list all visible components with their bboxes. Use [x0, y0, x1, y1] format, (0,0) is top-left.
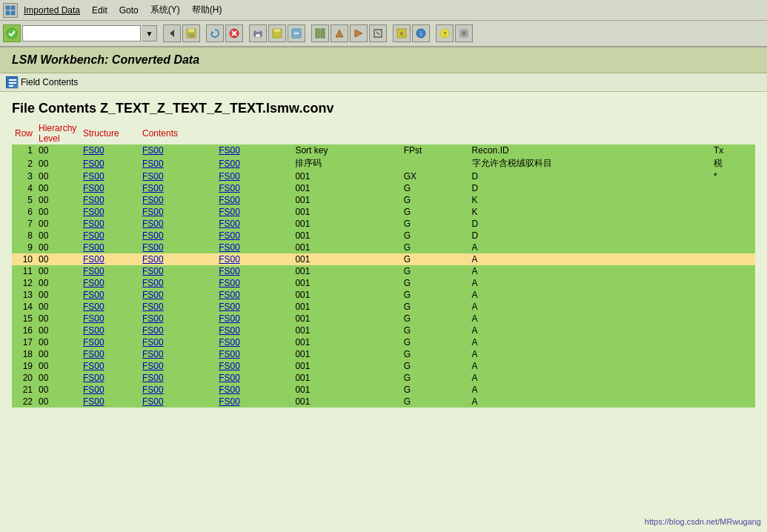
table-cell[interactable]: FS00	[216, 144, 292, 156]
dropdown-arrow-button[interactable]: ▼	[142, 25, 157, 41]
table-row[interactable]: 1100FS00FS00FS00001GA	[12, 265, 755, 277]
struct-link[interactable]: FS00	[83, 183, 104, 193]
struct-link[interactable]: FS00	[142, 385, 164, 395]
table-cell[interactable]: FS00	[216, 289, 292, 301]
table-cell[interactable]: FS00	[216, 194, 292, 206]
table-row[interactable]: 700FS00FS00FS00001GD	[12, 218, 755, 230]
table-cell[interactable]: FS00	[139, 396, 216, 408]
table-cell[interactable]: FS00	[139, 336, 216, 348]
table-row[interactable]: 500FS00FS00FS00001GK	[12, 194, 755, 206]
tool7-button[interactable]	[369, 24, 387, 42]
tool5-button[interactable]	[331, 24, 348, 42]
table-row[interactable]: 1200FS00FS00FS00001GA	[12, 277, 755, 289]
table-cell[interactable]: FS00	[216, 182, 292, 194]
struct-link[interactable]: FS00	[219, 313, 240, 324]
save2-button[interactable]	[268, 24, 286, 42]
struct-link[interactable]: FS00	[142, 254, 164, 265]
table-cell[interactable]: FS00	[80, 348, 139, 360]
table-row[interactable]: 800FS00FS00FS00001GD	[12, 230, 755, 242]
struct-link[interactable]: FS00	[83, 171, 104, 182]
struct-link[interactable]: FS00	[83, 159, 104, 169]
table-row[interactable]: 400FS00FS00FS00001GD	[12, 182, 755, 194]
table-cell[interactable]: FS00	[80, 144, 139, 156]
table-cell[interactable]: FS00	[139, 144, 216, 156]
table-row[interactable]: 300FS00FS00FS00001GXD*	[12, 170, 755, 182]
table-cell[interactable]: FS00	[139, 360, 216, 372]
table-cell[interactable]: FS00	[80, 253, 139, 265]
refresh-button[interactable]	[206, 24, 224, 42]
struct-link[interactable]: FS00	[219, 183, 240, 193]
table-cell[interactable]: FS00	[139, 218, 216, 230]
save-button[interactable]	[182, 24, 200, 42]
struct-link[interactable]: FS00	[142, 195, 164, 205]
struct-link[interactable]: FS00	[83, 207, 104, 217]
cancel-button[interactable]	[225, 24, 243, 42]
tool6-button[interactable]	[350, 24, 368, 42]
struct-link[interactable]: FS00	[83, 373, 104, 383]
table-cell[interactable]: FS00	[80, 301, 139, 313]
table-row[interactable]: 1400FS00FS00FS00001GA	[12, 301, 755, 313]
struct-link[interactable]: FS00	[219, 385, 240, 395]
struct-link[interactable]: FS00	[142, 183, 164, 193]
checkmark-button[interactable]	[3, 24, 21, 42]
struct-link[interactable]: FS00	[219, 145, 240, 156]
struct-link[interactable]: FS00	[142, 349, 164, 359]
table-cell[interactable]: FS00	[216, 170, 292, 182]
struct-link[interactable]: FS00	[219, 242, 240, 253]
struct-link[interactable]: FS00	[219, 195, 240, 205]
struct-link[interactable]: FS00	[83, 290, 104, 300]
table-row[interactable]: 1000FS00FS00FS00001GA	[12, 253, 755, 265]
struct-link[interactable]: FS00	[142, 145, 164, 156]
table-cell[interactable]: FS00	[216, 360, 292, 372]
table-cell[interactable]: FS00	[139, 182, 216, 194]
table-cell[interactable]: FS00	[216, 206, 292, 218]
table-cell[interactable]: FS00	[216, 372, 292, 384]
table-row[interactable]: 1700FS00FS00FS00001GA	[12, 336, 755, 348]
menu-edit[interactable]: Edit	[92, 5, 107, 16]
struct-link[interactable]: FS00	[219, 373, 240, 383]
table-cell[interactable]: FS00	[216, 242, 292, 253]
struct-link[interactable]: FS00	[83, 254, 104, 265]
table-row[interactable]: 2100FS00FS00FS00001GA	[12, 384, 755, 396]
table-cell[interactable]: FS00	[139, 277, 216, 289]
table-cell[interactable]: FS00	[139, 384, 216, 396]
struct-link[interactable]: FS00	[83, 385, 104, 395]
table-row[interactable]: 900FS00FS00FS00001GA	[12, 242, 755, 253]
table-cell[interactable]: FS00	[139, 206, 216, 218]
struct-link[interactable]: FS00	[83, 230, 104, 241]
struct-link[interactable]: FS00	[219, 266, 240, 276]
table-cell[interactable]: FS00	[216, 384, 292, 396]
table-cell[interactable]: FS00	[139, 242, 216, 253]
table-cell[interactable]: FS00	[216, 230, 292, 242]
struct-link[interactable]: FS00	[219, 396, 240, 407]
table-cell[interactable]: FS00	[216, 253, 292, 265]
struct-link[interactable]: FS00	[83, 337, 104, 348]
table-cell[interactable]: FS00	[139, 289, 216, 301]
table-cell[interactable]: FS00	[139, 194, 216, 206]
table-cell[interactable]: FS00	[80, 218, 139, 230]
struct-link[interactable]: FS00	[83, 349, 104, 359]
struct-link[interactable]: FS00	[142, 266, 164, 276]
table-cell[interactable]: FS00	[80, 360, 139, 372]
table-cell[interactable]: FS00	[80, 206, 139, 218]
struct-link[interactable]: FS00	[219, 219, 240, 229]
table-cell[interactable]: FS00	[80, 170, 139, 182]
help-button[interactable]: ?	[436, 24, 454, 42]
struct-link[interactable]: FS00	[83, 266, 104, 276]
table-cell[interactable]: FS00	[80, 194, 139, 206]
table-cell[interactable]: FS00	[139, 253, 216, 265]
table-cell[interactable]: FS00	[80, 265, 139, 277]
struct-link[interactable]: FS00	[219, 361, 240, 371]
struct-link[interactable]: FS00	[142, 313, 164, 324]
table-cell[interactable]: FS00	[139, 301, 216, 313]
back-button[interactable]	[163, 24, 181, 42]
menu-imported-data[interactable]: Imported Data	[24, 5, 80, 16]
table-row[interactable]: 1300FS00FS00FS00001GA	[12, 289, 755, 301]
struct-link[interactable]: FS00	[219, 349, 240, 359]
struct-link[interactable]: FS00	[219, 171, 240, 182]
table-cell[interactable]: FS00	[80, 313, 139, 325]
table-cell[interactable]: FS00	[139, 372, 216, 384]
table-row[interactable]: 1900FS00FS00FS00001GA	[12, 360, 755, 372]
table-cell[interactable]: FS00	[216, 336, 292, 348]
table-cell[interactable]: FS00	[216, 156, 292, 170]
